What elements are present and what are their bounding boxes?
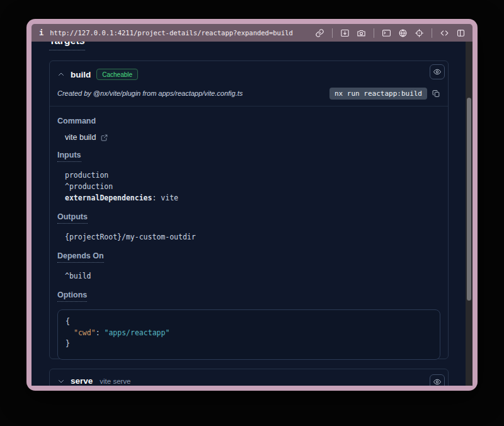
browser-window: i http://127.0.0.1:4211/project-details/…: [26, 19, 478, 391]
json-property: "cwd": "apps/reactapp": [66, 328, 432, 339]
chrome-toolbar: [314, 28, 466, 38]
build-card-header[interactable]: build Cacheable Created by @nx/vite/plug…: [50, 61, 448, 106]
chevron-down-icon[interactable]: [57, 377, 65, 385]
serve-command-preview: vite serve: [100, 377, 130, 385]
split-panel-icon[interactable]: [455, 28, 466, 38]
page-viewport: Targets build Cacheable Created by @nx/v…: [32, 42, 472, 386]
chevron-up-icon[interactable]: [57, 71, 65, 78]
camera-icon[interactable]: [356, 28, 367, 38]
inputs-section-label: Inputs: [57, 151, 81, 162]
depends-on-section-label: Depends On: [57, 251, 104, 263]
screenshot-save-icon[interactable]: [340, 28, 350, 38]
inputs-list: production ^production externalDependenc…: [65, 170, 440, 204]
external-link-icon[interactable]: [100, 134, 108, 142]
input-item: production: [65, 170, 440, 181]
toolbar-divider: [332, 28, 333, 38]
depends-on-item: ^build: [65, 270, 440, 282]
options-json-block: { "cwd": "apps/reactapp" }: [57, 309, 440, 360]
input-item: ^production: [65, 181, 440, 192]
terminal-icon[interactable]: [381, 28, 392, 38]
url-bar[interactable]: http://127.0.0.1:4211/project-details/re…: [50, 29, 293, 37]
outputs-list: {projectRoot}/my-custom-outdir: [65, 231, 440, 243]
input-item: externalDependencies: vite: [65, 192, 440, 204]
copy-icon[interactable]: [432, 89, 440, 98]
target-name: serve: [71, 376, 93, 386]
scrollbar-thumb[interactable]: [467, 98, 471, 301]
json-open-brace: {: [66, 316, 432, 328]
created-by-note: Created by @nx/vite/plugin from apps/rea…: [57, 89, 243, 97]
options-section-label: Options: [57, 291, 87, 302]
command-value-row: vite build: [65, 133, 440, 142]
target-card-build: build Cacheable Created by @nx/vite/plug…: [49, 60, 449, 359]
browser-chrome: i http://127.0.0.1:4211/project-details/…: [32, 24, 472, 42]
output-item: {projectRoot}/my-custom-outdir: [65, 231, 440, 243]
target-card-serve: serve vite serve: [49, 369, 449, 386]
page-title: Targets: [49, 42, 85, 50]
json-close-brace: }: [66, 338, 432, 350]
scrollbar-track[interactable]: [466, 42, 472, 386]
target-name: build: [71, 70, 91, 79]
build-card-body: Command vite build Inputs production ^pr…: [50, 106, 448, 360]
view-target-button[interactable]: [430, 64, 445, 79]
crosshair-icon[interactable]: [414, 28, 425, 38]
depends-on-list: ^build: [65, 270, 440, 282]
code-icon[interactable]: [439, 28, 450, 38]
link-icon[interactable]: [314, 28, 325, 38]
outputs-section-label: Outputs: [57, 212, 88, 224]
cacheable-badge: Cacheable: [96, 69, 138, 80]
command-section-label: Command: [57, 117, 96, 125]
toolbar-divider: [432, 28, 432, 38]
globe-icon[interactable]: [398, 28, 408, 38]
run-command-chip[interactable]: nx run reactapp:build: [329, 88, 427, 100]
info-icon: i: [38, 28, 45, 37]
serve-card-header[interactable]: serve vite serve: [50, 369, 448, 386]
command-value: vite build: [65, 133, 96, 142]
toolbar-divider: [374, 28, 374, 38]
view-target-button[interactable]: [430, 374, 445, 386]
